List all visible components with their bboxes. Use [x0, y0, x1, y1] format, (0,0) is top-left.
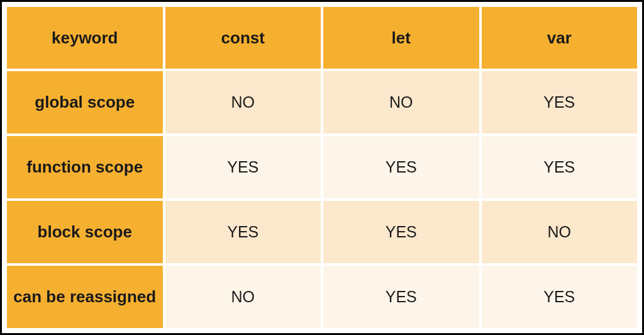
cell-block-var: NO [482, 201, 638, 263]
cell-function-let: YES [323, 136, 479, 198]
header-keyword: keyword [7, 7, 163, 69]
comparison-table: keyword const let var global scope NO NO… [4, 4, 640, 331]
row-label-function-scope: function scope [7, 136, 163, 198]
header-const: const [165, 7, 321, 69]
header-let: let [323, 7, 479, 69]
table-row: block scope YES YES NO [7, 201, 637, 263]
cell-global-const: NO [165, 71, 321, 133]
cell-reassign-let: YES [323, 266, 479, 328]
comparison-table-container: keyword const let var global scope NO NO… [0, 0, 644, 335]
header-var: var [482, 7, 638, 69]
row-label-can-be-reassigned: can be reassigned [7, 266, 163, 328]
cell-reassign-var: YES [482, 266, 638, 328]
cell-block-const: YES [165, 201, 321, 263]
table-row: can be reassigned NO YES YES [7, 266, 637, 328]
table-row: global scope NO NO YES [7, 71, 637, 133]
cell-block-let: YES [323, 201, 479, 263]
table-row: function scope YES YES YES [7, 136, 637, 198]
cell-global-let: NO [323, 71, 479, 133]
row-label-block-scope: block scope [7, 201, 163, 263]
cell-reassign-const: NO [165, 266, 321, 328]
cell-global-var: YES [482, 71, 638, 133]
row-label-global-scope: global scope [7, 71, 163, 133]
cell-function-var: YES [482, 136, 638, 198]
header-row: keyword const let var [7, 7, 637, 69]
cell-function-const: YES [165, 136, 321, 198]
